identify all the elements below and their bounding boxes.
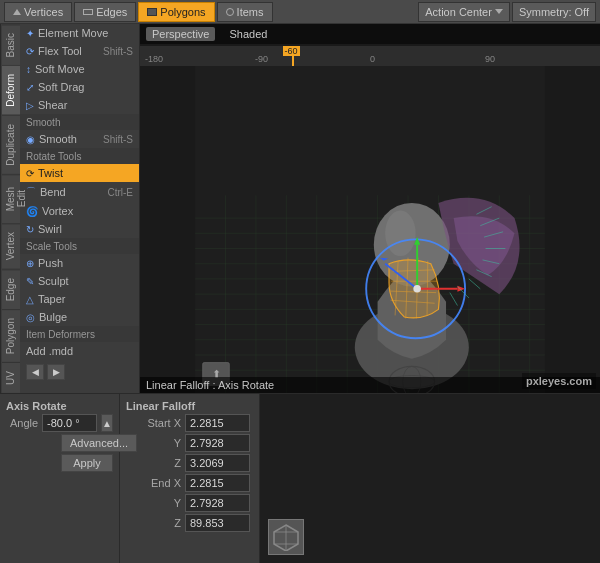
sidebar-item-smooth[interactable]: ◉ Smooth Shift-S <box>20 130 139 148</box>
end-x-input[interactable] <box>185 474 250 492</box>
angle-row: Angle ▲ <box>6 414 113 432</box>
tab-polygons-label: Polygons <box>160 6 205 18</box>
section-rotate-tools: Rotate Tools <box>20 148 139 164</box>
sidebar-item-sculpt[interactable]: ✎ Sculpt <box>20 272 139 290</box>
tab-edges[interactable]: Edges <box>74 2 136 22</box>
vtab-edge[interactable]: Edge <box>2 269 20 309</box>
vtab-basic[interactable]: Basic <box>2 24 20 65</box>
move-icon: ✦ <box>26 28 34 39</box>
taper-icon: △ <box>26 294 34 305</box>
end-y-input[interactable] <box>185 494 250 512</box>
swirl-icon: ↻ <box>26 224 34 235</box>
tab-vertices-label: Vertices <box>24 6 63 18</box>
sidebar-item-bulge[interactable]: ◎ Bulge <box>20 308 139 326</box>
symmetry-label: Symmetry: Off <box>519 6 589 18</box>
left-arrow-icon: ◀ <box>32 367 39 377</box>
bottom-middle-panel: Linear Falloff Start X Y Z End X Y Z <box>120 394 260 563</box>
sidebar-item-soft-drag[interactable]: ⤢ Soft Drag <box>20 78 139 96</box>
svg-point-25 <box>385 210 415 256</box>
sidebar-item-add-mdd[interactable]: Add .mdd <box>20 342 139 360</box>
ruler-label-90-pos: 90 <box>485 54 495 64</box>
start-x-input[interactable] <box>185 414 250 432</box>
watermark: pxleyes.com <box>522 373 596 389</box>
section-item-deformers: Item Deformers <box>20 326 139 342</box>
top-toolbar: Vertices Edges Polygons Items Action Cen… <box>0 0 600 24</box>
linear-falloff-title: Linear Falloff <box>126 400 253 412</box>
vtab-deform[interactable]: Deform <box>2 65 20 115</box>
apply-row: Apply <box>6 454 113 472</box>
sidebar-item-shear[interactable]: ▷ Shear <box>20 96 139 114</box>
end-z-input[interactable] <box>185 514 250 532</box>
start-z-label: Z <box>126 457 181 469</box>
nav-arrows: ◀ ▶ <box>20 360 139 384</box>
sidebar-item-flex-tool[interactable]: ⟳ Flex Tool Shift-S <box>20 42 139 60</box>
angle-increment-btn[interactable]: ▲ <box>101 414 113 432</box>
sidebar-item-bend[interactable]: ⌒ Bend Ctrl-E <box>20 182 139 202</box>
start-x-row: Start X <box>126 414 253 432</box>
sidebar-item-vortex[interactable]: 🌀 Vortex <box>20 202 139 220</box>
axis-rotate-title: Axis Rotate <box>6 400 113 412</box>
vtab-uv[interactable]: UV <box>2 362 20 393</box>
start-y-row: Y <box>126 434 253 452</box>
right-arrow-icon: ▶ <box>53 367 60 377</box>
sidebar-item-swirl[interactable]: ↻ Swirl <box>20 220 139 238</box>
3d-viewport[interactable]: Perspective Shaded -180 -90 0 90 -60 <box>140 24 600 393</box>
start-y-input[interactable] <box>185 434 250 452</box>
svg-point-41 <box>413 285 421 293</box>
symmetry-dropdown[interactable]: Symmetry: Off <box>512 2 596 22</box>
tab-edges-label: Edges <box>96 6 127 18</box>
viewport-tab-shaded[interactable]: Shaded <box>223 27 273 41</box>
viewport-tab-perspective[interactable]: Perspective <box>146 27 215 41</box>
nav-cube[interactable] <box>268 519 304 555</box>
sidebar-item-taper[interactable]: △ Taper <box>20 290 139 308</box>
push-icon: ⊕ <box>26 258 34 269</box>
section-smooth: Smooth <box>20 114 139 130</box>
tab-items-label: Items <box>237 6 264 18</box>
tab-items[interactable]: Items <box>217 2 273 22</box>
shear-icon: ▷ <box>26 100 34 111</box>
sculpt-icon: ✎ <box>26 276 34 287</box>
softdrag-icon: ⤢ <box>26 82 34 93</box>
start-z-input[interactable] <box>185 454 250 472</box>
bend-icon: ⌒ <box>26 185 36 199</box>
apply-button[interactable]: Apply <box>61 454 113 472</box>
vtab-polygon[interactable]: Polygon <box>2 309 20 362</box>
ruler-label-0: 0 <box>370 54 375 64</box>
left-sidebar: ✦ Element Move ⟳ Flex Tool Shift-S ↕ Sof… <box>20 24 140 393</box>
ruler-track: -180 -90 0 90 -60 <box>140 46 600 66</box>
end-x-row: End X <box>126 474 253 492</box>
advanced-row: Advanced... <box>6 434 113 452</box>
ruler-label-180: -180 <box>145 54 163 64</box>
bulge-icon: ◎ <box>26 312 35 323</box>
flex-icon: ⟳ <box>26 46 34 57</box>
prev-arrow[interactable]: ◀ <box>26 364 44 380</box>
tab-polygons[interactable]: Polygons <box>138 2 214 22</box>
sidebar-item-soft-move[interactable]: ↕ Soft Move <box>20 60 139 78</box>
softmove-icon: ↕ <box>26 64 31 75</box>
end-z-label: Z <box>126 517 181 529</box>
angle-label: Angle <box>6 417 38 429</box>
sidebar-item-push[interactable]: ⊕ Push <box>20 254 139 272</box>
marker-label: -60 <box>283 46 300 56</box>
action-center-dropdown[interactable]: Action Center <box>418 2 510 22</box>
bottom-viewport-area <box>260 394 600 563</box>
vtab-vertex[interactable]: Vertex <box>2 223 20 268</box>
smooth-icon: ◉ <box>26 134 35 145</box>
timeline-ruler: -180 -90 0 90 -60 <box>140 46 600 66</box>
end-x-label: End X <box>126 477 181 489</box>
vertical-tabs-panel: Basic Deform Duplicate Mesh Edit Vertex … <box>0 24 20 393</box>
vtab-duplicate[interactable]: Duplicate <box>2 115 20 174</box>
start-x-label: Start X <box>126 417 181 429</box>
next-arrow[interactable]: ▶ <box>47 364 65 380</box>
sidebar-item-twist[interactable]: ⟳ Twist <box>20 164 139 182</box>
chevron-down-icon <box>495 9 503 14</box>
sidebar-item-element-move[interactable]: ✦ Element Move <box>20 24 139 42</box>
angle-input[interactable] <box>42 414 97 432</box>
start-z-row: Z <box>126 454 253 472</box>
vtab-mesh-edit[interactable]: Mesh Edit <box>2 174 20 223</box>
section-scale-tools: Scale Tools <box>20 238 139 254</box>
viewport-header: Perspective Shaded <box>140 24 600 44</box>
tab-vertices[interactable]: Vertices <box>4 2 72 22</box>
main-area: ✦ Element Move ⟳ Flex Tool Shift-S ↕ Sof… <box>0 24 600 393</box>
twist-icon: ⟳ <box>26 168 34 179</box>
